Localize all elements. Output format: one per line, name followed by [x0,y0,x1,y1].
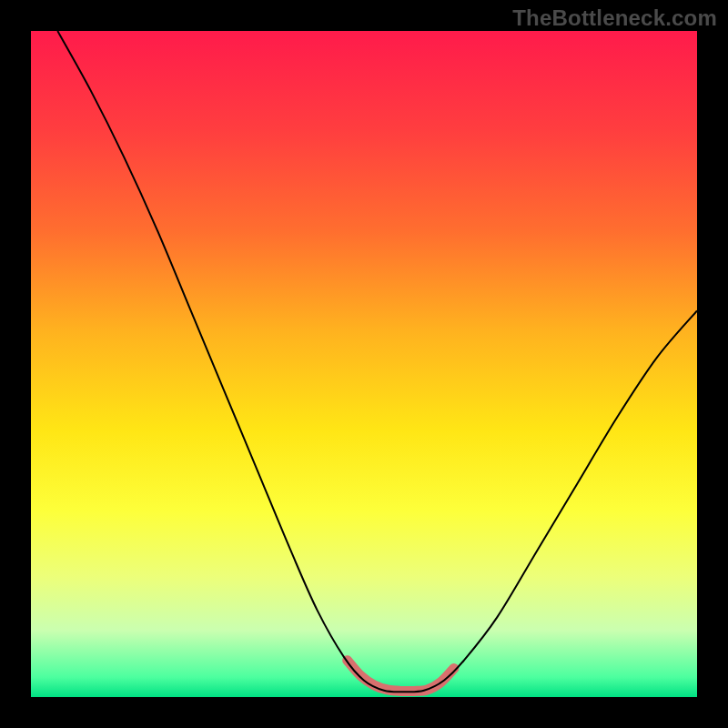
bottleneck-chart [0,0,728,728]
plot-background [31,31,697,697]
chart-frame: TheBottleneck.com [0,0,728,728]
watermark-text: TheBottleneck.com [512,5,717,31]
